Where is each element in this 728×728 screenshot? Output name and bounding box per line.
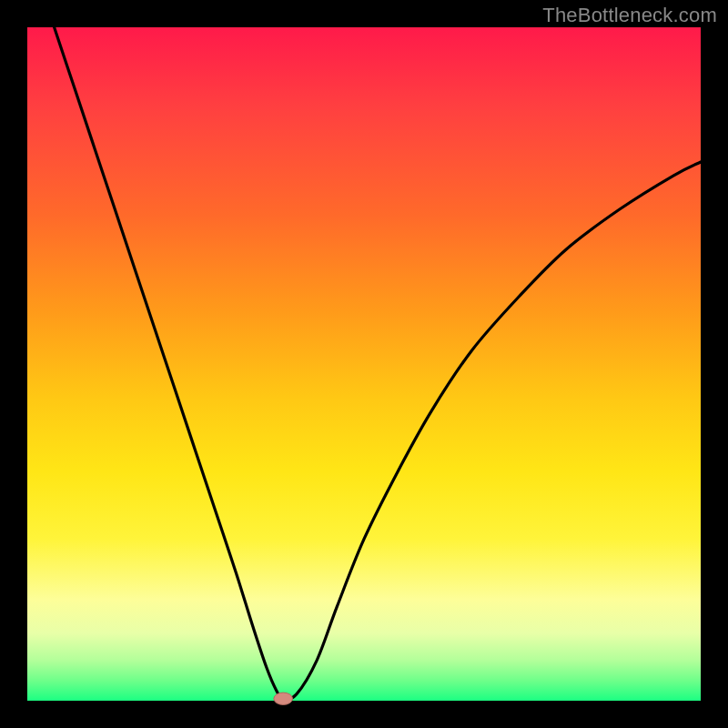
chart-frame: TheBottleneck.com (0, 0, 728, 728)
curve-layer (27, 27, 701, 701)
bottleneck-curve (55, 27, 701, 699)
plot-area (27, 27, 701, 701)
minimum-marker (274, 693, 293, 704)
watermark-text: TheBottleneck.com (542, 4, 717, 27)
